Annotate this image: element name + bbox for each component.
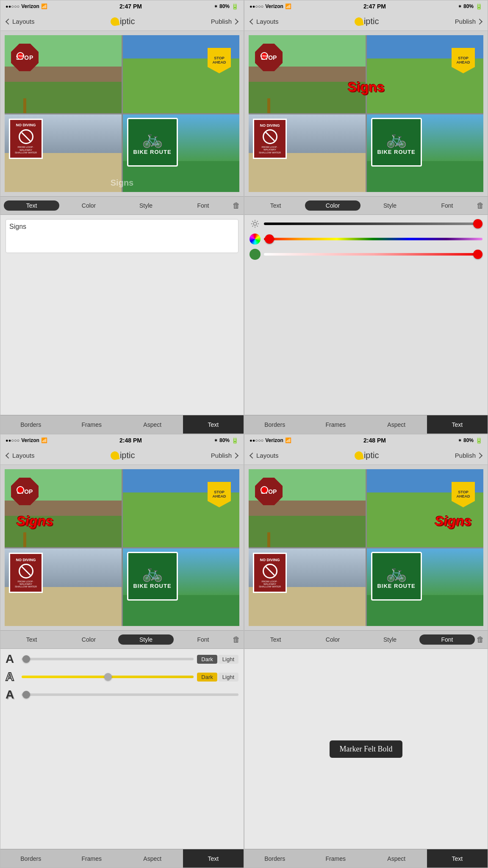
tab-text-2[interactable]: Text <box>248 200 303 211</box>
shadow-slider-track[interactable] <box>22 693 238 696</box>
photo-bike-route-4[interactable]: 🚲 BIKE ROUTE <box>367 548 484 626</box>
stop-pole-1 <box>23 98 26 113</box>
back-chevron-4 <box>250 452 255 458</box>
delete-btn-3[interactable]: 🗑 <box>233 635 240 644</box>
tab-color-1[interactable]: Color <box>61 200 116 211</box>
fill-dark-btn[interactable]: Dark <box>197 655 217 664</box>
shadow-slider-thumb[interactable] <box>22 691 30 698</box>
photo-stop-1[interactable]: STOP STOP <box>5 35 122 113</box>
bottom-frames-2[interactable]: Frames <box>305 415 366 434</box>
bike-icon-3: 🚲 <box>142 563 163 583</box>
delete-btn-1[interactable]: 🗑 <box>233 201 240 210</box>
fill-slider-thumb[interactable] <box>22 655 30 663</box>
back-button-3[interactable]: Layouts <box>6 452 35 459</box>
photo-no-diving-2[interactable]: NO DIVING FROM LOOP · WALKWAYSHALLOW WAT… <box>249 114 366 192</box>
battery-icon-1: 🔋 <box>231 3 238 10</box>
tab-font-4[interactable]: Font <box>419 634 475 645</box>
tab-color-4[interactable]: Color <box>305 634 360 645</box>
bottom-text-3[interactable]: Text <box>183 849 244 868</box>
bluetooth-icon-1: ✴ <box>214 4 218 9</box>
hue-slider-thumb[interactable] <box>265 234 274 244</box>
back-button-2[interactable]: Layouts <box>250 18 279 25</box>
bottom-borders-4[interactable]: Borders <box>244 849 305 868</box>
photo-stop-4[interactable]: STOP <box>249 469 366 547</box>
tab-font-2[interactable]: Font <box>419 200 475 211</box>
tab-style-3[interactable]: Style <box>118 634 174 645</box>
status-bar-4: ●●○○○ Verizon 📶 2:48 PM ✴ 80% 🔋 <box>244 434 488 446</box>
bottom-text-1[interactable]: Text <box>183 415 244 434</box>
hue-slider-track[interactable] <box>264 238 482 240</box>
no-diving-circle-3 <box>19 564 33 579</box>
battery-pct-1: 80% <box>219 3 230 9</box>
bottom-borders-2[interactable]: Borders <box>244 415 305 434</box>
bike-icon-1: 🚲 <box>142 129 163 149</box>
no-diving-circle-1 <box>19 129 33 144</box>
delete-btn-2[interactable]: 🗑 <box>477 201 484 210</box>
bottom-frames-1[interactable]: Frames <box>61 415 122 434</box>
photo-stop-ahead-1[interactable]: STOPAHEAD <box>123 35 240 113</box>
no-diving-sign-3: NO DIVING FROM LOOP · WALKWAYSHALLOW WAT… <box>9 553 43 593</box>
tab-text-1[interactable]: Text <box>4 200 59 211</box>
stroke-slider-thumb[interactable] <box>104 673 112 681</box>
brightness-slider-track[interactable] <box>264 223 482 225</box>
stroke-light-btn[interactable]: Light <box>218 673 238 682</box>
photo-stop-ahead-3[interactable]: STOPAHEAD <box>123 469 240 547</box>
tab-style-2[interactable]: Style <box>362 200 418 211</box>
fill-slider-track[interactable] <box>22 658 194 660</box>
tab-color-2[interactable]: Color <box>305 200 360 211</box>
photo-no-diving-4[interactable]: NO DIVING FROM LOOP · WALKWAYSHALLOW WAT… <box>249 548 366 626</box>
photo-bike-route-2[interactable]: 🚲 BIKE ROUTE <box>367 114 484 192</box>
tab-font-3[interactable]: Font <box>175 634 231 645</box>
diptic-logo-icon-4 <box>354 451 363 460</box>
back-button-1[interactable]: Layouts <box>6 18 35 25</box>
delete-btn-4[interactable]: 🗑 <box>477 635 484 644</box>
tab-style-1[interactable]: Style <box>118 200 174 211</box>
bluetooth-icon-4: ✴ <box>458 438 462 443</box>
photo-bike-route-3[interactable]: 🚲 BIKE ROUTE <box>123 548 240 626</box>
bottom-borders-1[interactable]: Borders <box>0 415 61 434</box>
saturation-slider-thumb[interactable] <box>473 250 482 259</box>
diptic-logo-text-3: iptic <box>120 451 135 460</box>
photo-stop-2[interactable]: STOP STOP <box>249 35 366 113</box>
stroke-slider-track[interactable] <box>22 676 194 678</box>
bottom-aspect-1[interactable]: Aspect <box>122 415 183 434</box>
tab-bar-3: Text Color Style Font 🗑 <box>0 630 244 649</box>
bottom-aspect-3[interactable]: Aspect <box>122 849 183 868</box>
text-input-1[interactable]: Signs <box>6 219 238 253</box>
wifi-icon-2: 📶 <box>285 3 291 9</box>
status-left-3: ●●○○○ Verizon 📶 <box>6 437 47 443</box>
bottom-borders-3[interactable]: Borders <box>0 849 61 868</box>
back-button-4[interactable]: Layouts <box>250 452 279 459</box>
tab-font-1[interactable]: Font <box>175 200 231 211</box>
battery-pct-2: 80% <box>463 3 474 9</box>
publish-button-3[interactable]: Publish <box>211 452 238 459</box>
publish-button-4[interactable]: Publish <box>455 452 482 459</box>
fill-light-btn[interactable]: Light <box>218 655 238 664</box>
stroke-dark-btn[interactable]: Dark <box>197 673 217 682</box>
time-1: 2:47 PM <box>119 3 142 10</box>
bottom-aspect-4[interactable]: Aspect <box>366 849 427 868</box>
bike-route-sign-4: 🚲 BIKE ROUTE <box>371 552 422 601</box>
bottom-frames-3[interactable]: Frames <box>61 849 122 868</box>
bottom-text-2[interactable]: Text <box>427 415 488 434</box>
tab-text-4[interactable]: Text <box>248 634 303 645</box>
tab-color-3[interactable]: Color <box>61 634 116 645</box>
font-selector-button[interactable]: Marker Felt Bold <box>330 740 403 758</box>
photo-stop-ahead-2[interactable]: STOPAHEAD <box>367 35 484 113</box>
bottom-aspect-2[interactable]: Aspect <box>366 415 427 434</box>
publish-button-1[interactable]: Publish <box>211 18 238 25</box>
tab-text-3[interactable]: Text <box>4 634 59 645</box>
saturation-slider-track[interactable] <box>264 253 482 256</box>
brightness-slider-thumb[interactable] <box>473 219 482 228</box>
svg-line-7 <box>257 221 258 222</box>
svg-point-0 <box>253 222 256 225</box>
style-stroke-row: A Dark Light <box>6 670 238 684</box>
bottom-text-4[interactable]: Text <box>427 849 488 868</box>
photo-no-diving-3[interactable]: NO DIVING FROM LOOP · WALKWAYSHALLOW WAT… <box>5 548 122 626</box>
tab-bar-2: Text Color Style Font 🗑 <box>244 196 488 215</box>
publish-button-2[interactable]: Publish <box>455 18 482 25</box>
photo-stop-3[interactable]: STOP <box>5 469 122 547</box>
photo-stop-ahead-4[interactable]: STOPAHEAD <box>367 469 484 547</box>
tab-style-4[interactable]: Style <box>362 634 418 645</box>
bottom-frames-4[interactable]: Frames <box>305 849 366 868</box>
